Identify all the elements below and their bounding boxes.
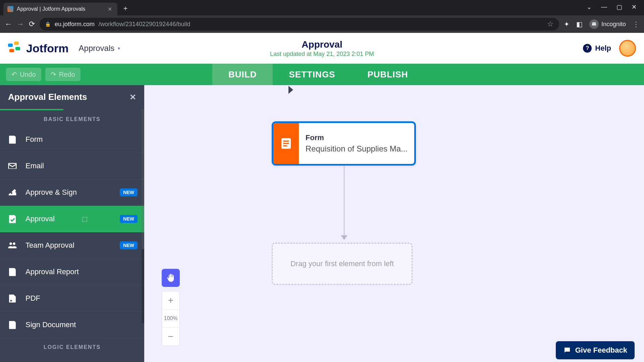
lock-icon: 🔒 <box>45 21 51 27</box>
sidebar-item-email[interactable]: Email <box>0 153 144 179</box>
last-updated: Last updated at May 21, 2023 2:01 PM <box>270 51 374 58</box>
svg-rect-9 <box>283 145 287 146</box>
drop-zone[interactable]: Drag your first element from left <box>272 243 413 285</box>
breadcrumb-approvals[interactable]: Approvals ▾ <box>79 44 120 53</box>
address-bar[interactable]: 🔒 eu.jotform.com/workflow/23140229019244… <box>40 18 559 31</box>
back-button[interactable]: ← <box>5 20 12 28</box>
tab-search-icon[interactable]: ⌄ <box>587 3 592 11</box>
tab-build[interactable]: BUILD <box>212 64 273 85</box>
svg-rect-5 <box>15 47 20 50</box>
svg-rect-2 <box>8 44 13 47</box>
reload-button[interactable]: ⟳ <box>29 20 35 28</box>
feedback-icon <box>563 346 571 354</box>
incognito-icon <box>589 19 599 29</box>
give-feedback-button[interactable]: Give Feedback <box>556 341 635 359</box>
sidebar-item-label: Team Approval <box>25 241 74 250</box>
team-approval-icon <box>7 240 18 251</box>
url-host: eu.jotform.com <box>55 21 95 28</box>
sign-document-icon <box>7 319 18 330</box>
zoom-in-button[interactable]: + <box>162 291 179 309</box>
sidebar-item-form[interactable]: Form <box>0 126 144 153</box>
workflow-canvas[interactable]: Form Requisition of Supplies Ma... Drag … <box>144 85 644 362</box>
close-window-icon[interactable]: ✕ <box>632 3 637 11</box>
new-badge: NEW <box>120 215 138 223</box>
maximize-icon[interactable]: ▢ <box>616 3 622 11</box>
sidebar-item-label: PDF <box>25 294 40 303</box>
node-title: Form <box>306 133 408 142</box>
help-button[interactable]: ? Help <box>583 44 611 53</box>
sidebar-item-label: Approve & Sign <box>25 188 77 197</box>
sidebar-item-approve-sign[interactable]: Approve & Sign NEW <box>0 179 144 206</box>
page-title: Approval <box>270 39 374 50</box>
cursor-icon: ⬚ <box>82 215 88 223</box>
incognito-label: Incognito <box>601 21 626 28</box>
section-basic-elements: BASIC ELEMENTS <box>0 110 144 126</box>
svg-rect-4 <box>9 49 14 52</box>
zoom-controls: + 100% − <box>162 291 180 346</box>
chrome-menu-icon[interactable]: ⋮ <box>633 20 639 28</box>
workflow-node-form[interactable]: Form Requisition of Supplies Ma... <box>272 121 416 166</box>
close-tab-icon[interactable]: ✕ <box>106 6 113 12</box>
sidebar-scrollbar[interactable] <box>142 109 144 323</box>
redo-button[interactable]: ↷ Redo <box>45 68 80 81</box>
report-icon <box>7 266 18 278</box>
approval-icon <box>7 213 18 225</box>
svg-rect-7 <box>283 140 289 142</box>
zoom-level: 100% <box>162 309 179 327</box>
form-icon <box>7 134 18 145</box>
url-path: /workflow/231402290192446/build <box>99 21 190 28</box>
logo-text: Jotform <box>26 42 69 55</box>
pdf-icon <box>7 293 18 304</box>
tab-favicon-icon <box>7 6 13 12</box>
sidebar-collapse-icon[interactable] <box>288 86 293 94</box>
browser-tab[interactable]: Approval | Jotform Approvals ✕ <box>3 3 117 15</box>
sidepanel-icon[interactable]: ◧ <box>576 20 583 28</box>
section-logic-elements: LOGIC ELEMENTS <box>0 338 144 354</box>
sidebar-item-label: Approval Report <box>25 267 79 276</box>
svg-point-1 <box>594 24 596 26</box>
connector-line <box>344 166 344 238</box>
form-node-icon <box>273 123 299 164</box>
sidebar-item-label: Sign Document <box>25 320 76 329</box>
redo-icon: ↷ <box>51 70 56 78</box>
sidebar-item-label: Approval <box>25 215 55 223</box>
node-subtitle: Requisition of Supplies Ma... <box>306 144 408 154</box>
arrowhead-icon <box>341 235 347 240</box>
new-tab-button[interactable]: ＋ <box>122 4 129 13</box>
sidebar-item-approval[interactable]: Approval ⬚ NEW <box>0 206 144 232</box>
sidebar-item-approval-report[interactable]: Approval Report <box>0 259 144 285</box>
hand-icon <box>166 273 175 283</box>
undo-button[interactable]: ↶ Undo <box>6 68 41 81</box>
jotform-logo[interactable]: Jotform <box>8 42 69 55</box>
sidebar-title: Approval Elements <box>8 92 87 102</box>
sidebar-item-pdf[interactable]: PDF <box>0 285 144 312</box>
help-icon: ? <box>583 44 592 53</box>
bookmark-icon[interactable]: ☆ <box>547 20 554 28</box>
sidebar-item-label: Form <box>25 135 43 144</box>
approve-sign-icon <box>7 187 18 198</box>
logo-icon <box>8 42 21 55</box>
undo-icon: ↶ <box>11 70 17 78</box>
extensions-icon[interactable]: ✦ <box>564 20 570 28</box>
pan-tool-button[interactable] <box>162 269 180 287</box>
tab-title: Approval | Jotform Approvals <box>17 6 103 12</box>
svg-point-0 <box>592 24 594 26</box>
sidebar-item-team-approval[interactable]: Team Approval NEW <box>0 232 144 259</box>
new-badge: NEW <box>120 241 138 249</box>
svg-rect-8 <box>283 143 289 144</box>
tab-publish[interactable]: PUBLISH <box>351 64 424 85</box>
close-sidebar-button[interactable]: ✕ <box>129 93 136 102</box>
email-icon <box>7 160 18 172</box>
minimize-icon[interactable]: ― <box>601 3 607 11</box>
sidebar-item-label: Email <box>25 162 44 170</box>
chevron-down-icon: ▾ <box>118 46 120 51</box>
zoom-out-button[interactable]: − <box>162 327 179 346</box>
sidebar-item-sign-document[interactable]: Sign Document <box>0 312 144 338</box>
forward-button: → <box>17 20 24 28</box>
svg-rect-3 <box>14 42 19 45</box>
tab-settings[interactable]: SETTINGS <box>273 64 351 85</box>
new-badge: NEW <box>120 188 138 196</box>
avatar[interactable] <box>619 40 636 57</box>
